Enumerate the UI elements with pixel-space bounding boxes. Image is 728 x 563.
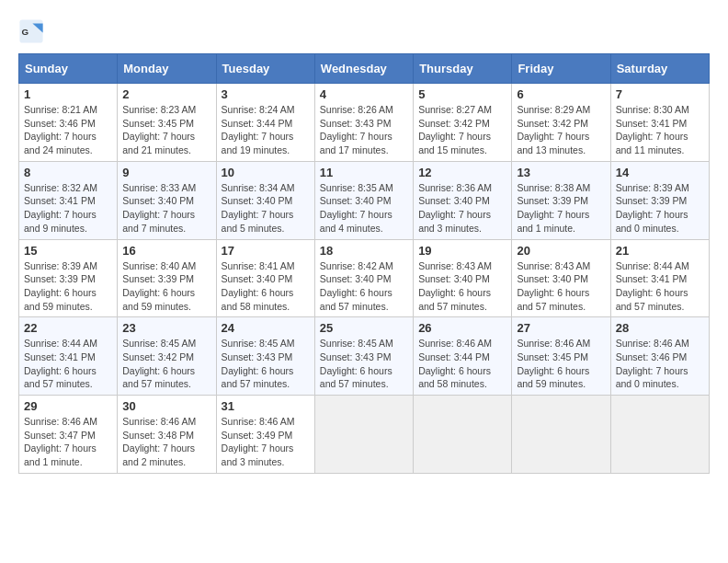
calendar-cell [414,396,512,474]
calendar-cell [512,396,610,474]
day-info: Sunrise: 8:43 AMSunset: 3:40 PMDaylight:… [517,260,590,312]
calendar-week-row: 22 Sunrise: 8:44 AMSunset: 3:41 PMDaylig… [19,317,710,396]
day-header-thursday: Thursday [414,54,512,84]
day-info: Sunrise: 8:38 AMSunset: 3:39 PMDaylight:… [517,182,590,234]
day-number: 6 [517,87,605,101]
day-number: 13 [517,166,605,179]
day-info: Sunrise: 8:46 AMSunset: 3:48 PMDaylight:… [122,416,196,467]
calendar-cell: 8 Sunrise: 8:32 AMSunset: 3:41 PMDayligh… [19,161,118,239]
day-info: Sunrise: 8:46 AMSunset: 3:49 PMDaylight:… [222,416,295,467]
day-number: 31 [222,399,310,413]
day-info: Sunrise: 8:40 AMSunset: 3:39 PMDaylight:… [122,260,196,312]
day-number: 27 [517,321,605,335]
day-number: 1 [24,87,112,101]
day-number: 14 [616,166,704,179]
day-number: 25 [320,321,408,335]
calendar-cell: 6 Sunrise: 8:29 AMSunset: 3:42 PMDayligh… [512,84,610,162]
day-number: 7 [616,87,704,101]
day-number: 22 [24,321,112,335]
day-info: Sunrise: 8:32 AMSunset: 3:41 PMDaylight:… [24,182,97,234]
calendar-week-row: 1 Sunrise: 8:21 AMSunset: 3:46 PMDayligh… [19,84,710,162]
day-header-sunday: Sunday [19,54,118,84]
calendar-cell: 3 Sunrise: 8:24 AMSunset: 3:44 PMDayligh… [216,84,314,162]
calendar-cell: 31 Sunrise: 8:46 AMSunset: 3:49 PMDaylig… [216,396,314,474]
calendar-cell: 25 Sunrise: 8:45 AMSunset: 3:43 PMDaylig… [314,317,413,396]
day-info: Sunrise: 8:33 AMSunset: 3:40 PMDaylight:… [122,182,196,234]
calendar-cell: 16 Sunrise: 8:40 AMSunset: 3:39 PMDaylig… [118,239,216,317]
day-header-wednesday: Wednesday [314,54,413,84]
day-number: 4 [320,87,408,101]
day-info: Sunrise: 8:44 AMSunset: 3:41 PMDaylight:… [24,338,97,389]
page-header: G [18,18,710,44]
calendar-cell: 19 Sunrise: 8:43 AMSunset: 3:40 PMDaylig… [414,239,512,317]
day-info: Sunrise: 8:39 AMSunset: 3:39 PMDaylight:… [616,182,689,234]
day-number: 9 [122,166,210,179]
day-info: Sunrise: 8:46 AMSunset: 3:44 PMDaylight:… [418,338,492,389]
calendar-cell: 15 Sunrise: 8:39 AMSunset: 3:39 PMDaylig… [19,239,118,317]
day-number: 28 [616,321,704,335]
calendar-cell: 4 Sunrise: 8:26 AMSunset: 3:43 PMDayligh… [314,84,413,162]
day-number: 3 [222,87,310,101]
day-number: 26 [418,321,506,335]
day-number: 21 [616,244,704,258]
day-number: 23 [122,321,210,335]
calendar-cell: 7 Sunrise: 8:30 AMSunset: 3:41 PMDayligh… [610,84,709,162]
day-number: 11 [320,166,408,179]
day-number: 15 [24,244,112,258]
day-info: Sunrise: 8:43 AMSunset: 3:40 PMDaylight:… [418,260,492,312]
day-info: Sunrise: 8:46 AMSunset: 3:45 PMDaylight:… [517,338,590,389]
calendar-week-row: 29 Sunrise: 8:46 AMSunset: 3:47 PMDaylig… [19,396,710,474]
day-info: Sunrise: 8:45 AMSunset: 3:43 PMDaylight:… [222,338,295,389]
day-info: Sunrise: 8:41 AMSunset: 3:40 PMDaylight:… [222,260,295,312]
calendar-cell [314,396,413,474]
svg-text:G: G [22,27,29,37]
day-number: 18 [320,244,408,258]
day-info: Sunrise: 8:29 AMSunset: 3:42 PMDaylight:… [517,104,590,155]
day-header-tuesday: Tuesday [216,54,314,84]
day-number: 16 [122,244,210,258]
day-info: Sunrise: 8:42 AMSunset: 3:40 PMDaylight:… [320,260,393,312]
day-number: 17 [222,244,310,258]
day-info: Sunrise: 8:24 AMSunset: 3:44 PMDaylight:… [222,104,295,155]
calendar-cell: 18 Sunrise: 8:42 AMSunset: 3:40 PMDaylig… [314,239,413,317]
calendar-cell: 22 Sunrise: 8:44 AMSunset: 3:41 PMDaylig… [19,317,118,396]
day-info: Sunrise: 8:23 AMSunset: 3:45 PMDaylight:… [122,104,196,155]
day-info: Sunrise: 8:34 AMSunset: 3:40 PMDaylight:… [222,182,295,234]
calendar-cell: 17 Sunrise: 8:41 AMSunset: 3:40 PMDaylig… [216,239,314,317]
calendar-cell [610,396,709,474]
calendar-cell: 20 Sunrise: 8:43 AMSunset: 3:40 PMDaylig… [512,239,610,317]
day-number: 5 [418,87,506,101]
calendar-cell: 5 Sunrise: 8:27 AMSunset: 3:42 PMDayligh… [414,84,512,162]
day-header-monday: Monday [118,54,216,84]
day-info: Sunrise: 8:45 AMSunset: 3:43 PMDaylight:… [320,338,393,389]
calendar-cell: 14 Sunrise: 8:39 AMSunset: 3:39 PMDaylig… [610,161,709,239]
day-info: Sunrise: 8:35 AMSunset: 3:40 PMDaylight:… [320,182,393,234]
calendar-cell: 9 Sunrise: 8:33 AMSunset: 3:40 PMDayligh… [118,161,216,239]
calendar-cell: 11 Sunrise: 8:35 AMSunset: 3:40 PMDaylig… [314,161,413,239]
calendar-cell: 21 Sunrise: 8:44 AMSunset: 3:41 PMDaylig… [610,239,709,317]
day-number: 20 [517,244,605,258]
calendar-cell: 28 Sunrise: 8:46 AMSunset: 3:46 PMDaylig… [610,317,709,396]
calendar-cell: 12 Sunrise: 8:36 AMSunset: 3:40 PMDaylig… [414,161,512,239]
calendar-cell: 23 Sunrise: 8:45 AMSunset: 3:42 PMDaylig… [118,317,216,396]
calendar-cell: 13 Sunrise: 8:38 AMSunset: 3:39 PMDaylig… [512,161,610,239]
calendar-cell: 10 Sunrise: 8:34 AMSunset: 3:40 PMDaylig… [216,161,314,239]
logo-icon: G [18,18,44,44]
calendar-cell: 30 Sunrise: 8:46 AMSunset: 3:48 PMDaylig… [118,396,216,474]
calendar-week-row: 15 Sunrise: 8:39 AMSunset: 3:39 PMDaylig… [19,239,710,317]
calendar-header-row: SundayMondayTuesdayWednesdayThursdayFrid… [19,54,710,84]
day-number: 12 [418,166,506,179]
day-header-friday: Friday [512,54,610,84]
calendar-cell: 29 Sunrise: 8:46 AMSunset: 3:47 PMDaylig… [19,396,118,474]
calendar-cell: 2 Sunrise: 8:23 AMSunset: 3:45 PMDayligh… [118,84,216,162]
day-number: 2 [122,87,210,101]
day-info: Sunrise: 8:46 AMSunset: 3:46 PMDaylight:… [616,338,689,389]
day-number: 29 [24,399,112,413]
calendar-cell: 1 Sunrise: 8:21 AMSunset: 3:46 PMDayligh… [19,84,118,162]
day-number: 10 [222,166,310,179]
day-number: 30 [122,399,210,413]
logo: G [18,18,48,44]
day-info: Sunrise: 8:39 AMSunset: 3:39 PMDaylight:… [24,260,97,312]
day-number: 8 [24,166,112,179]
day-info: Sunrise: 8:36 AMSunset: 3:40 PMDaylight:… [418,182,492,234]
